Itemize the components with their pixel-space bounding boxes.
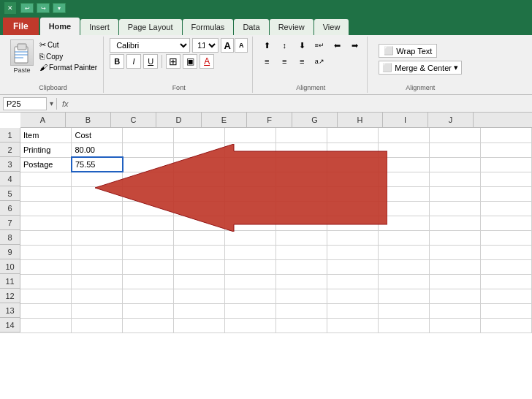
shrink-font-button[interactable]: A <box>235 38 248 53</box>
cell-reference-box[interactable]: P25 <box>3 97 47 110</box>
cell-1-8[interactable] <box>430 128 481 142</box>
wrap-text-button[interactable]: ≡↵ <box>311 38 327 53</box>
cell-7-7[interactable] <box>379 216 430 230</box>
cell-7-0[interactable] <box>20 216 72 230</box>
cell-2-9[interactable] <box>480 142 531 157</box>
cell-6-9[interactable] <box>480 201 531 216</box>
cell-14-3[interactable] <box>174 318 225 332</box>
cell-14-8[interactable] <box>430 318 481 332</box>
cell-13-9[interactable] <box>480 303 531 318</box>
cell-11-1[interactable] <box>72 274 123 289</box>
cell-1-9[interactable] <box>480 128 531 142</box>
cell-8-2[interactable] <box>123 230 174 245</box>
cell-11-9[interactable] <box>480 274 531 289</box>
cell-1-4[interactable] <box>225 128 276 142</box>
cell-13-2[interactable] <box>123 303 174 318</box>
col-header-j[interactable]: J <box>428 113 474 127</box>
col-header-f[interactable]: F <box>247 113 292 127</box>
cell-8-4[interactable] <box>225 230 276 245</box>
undo-button[interactable]: ↩ <box>20 3 34 13</box>
cell-3-7[interactable] <box>379 157 430 172</box>
row-header-2[interactable]: 2 <box>0 142 20 157</box>
indent-increase-button[interactable]: ➡ <box>346 38 362 53</box>
cell-6-5[interactable] <box>276 201 327 216</box>
row-header-7[interactable]: 7 <box>0 216 20 230</box>
fill-color-button[interactable]: ▣ <box>183 54 197 69</box>
row-header-6[interactable]: 6 <box>0 201 20 216</box>
cell-3-0[interactable]: Postage <box>20 157 72 172</box>
cell-5-3[interactable] <box>174 186 225 201</box>
cell-6-2[interactable] <box>123 201 174 216</box>
cell-9-1[interactable] <box>72 245 123 259</box>
align-right-button[interactable]: ≡ <box>294 54 310 69</box>
cell-9-7[interactable] <box>379 245 430 259</box>
cell-14-2[interactable] <box>123 318 174 332</box>
row-header-3[interactable]: 3 <box>0 157 20 172</box>
cell-5-1[interactable] <box>72 186 123 201</box>
cell-6-4[interactable] <box>225 201 276 216</box>
cell-8-7[interactable] <box>379 230 430 245</box>
tab-review[interactable]: Review <box>270 19 314 35</box>
cell-7-9[interactable] <box>480 216 531 230</box>
cell-10-5[interactable] <box>276 259 327 274</box>
cell-2-5[interactable] <box>276 142 327 157</box>
cell-1-0[interactable]: Item <box>20 128 72 142</box>
copy-button[interactable]: ⎘ Copy <box>38 51 99 61</box>
cell-4-6[interactable] <box>327 172 379 186</box>
cell-11-8[interactable] <box>430 274 481 289</box>
cell-3-9[interactable] <box>480 157 531 172</box>
cell-10-6[interactable] <box>327 259 379 274</box>
cell-2-2[interactable] <box>123 142 174 157</box>
cell-12-9[interactable] <box>480 289 531 303</box>
align-center-button[interactable]: ≡ <box>276 54 292 69</box>
cell-5-8[interactable] <box>430 186 481 201</box>
cell-5-7[interactable] <box>379 186 430 201</box>
indent-decrease-button[interactable]: ⬅ <box>329 38 345 53</box>
cell-5-2[interactable] <box>123 186 174 201</box>
cell-1-6[interactable] <box>327 128 379 142</box>
cell-3-4[interactable] <box>225 157 276 172</box>
row-header-10[interactable]: 10 <box>0 259 20 274</box>
cell-2-1[interactable]: 80.00 <box>72 142 123 157</box>
bold-button[interactable]: B <box>110 54 124 69</box>
cell-4-9[interactable] <box>480 172 531 186</box>
cell-1-3[interactable] <box>174 128 225 142</box>
cell-13-5[interactable] <box>276 303 327 318</box>
grow-font-button[interactable]: A <box>221 38 234 53</box>
row-header-9[interactable]: 9 <box>0 245 20 259</box>
cell-13-3[interactable] <box>174 303 225 318</box>
quick-access-dropdown[interactable]: ▾ <box>53 3 66 13</box>
cell-14-7[interactable] <box>379 318 430 332</box>
col-header-b[interactable]: B <box>66 113 111 127</box>
tab-view[interactable]: View <box>314 19 349 35</box>
wrap-text-button[interactable]: ⬜ Wrap Text <box>379 44 437 58</box>
cell-7-8[interactable] <box>430 216 481 230</box>
cell-4-0[interactable] <box>20 172 72 186</box>
cell-1-1[interactable]: Cost <box>72 128 123 142</box>
cell-14-4[interactable] <box>225 318 276 332</box>
cell-11-3[interactable] <box>174 274 225 289</box>
cell-7-3[interactable] <box>174 216 225 230</box>
cell-6-7[interactable] <box>379 201 430 216</box>
cell-1-5[interactable] <box>276 128 327 142</box>
col-header-g[interactable]: G <box>292 113 338 127</box>
cell-6-6[interactable] <box>327 201 379 216</box>
orientation-button[interactable]: a↗ <box>311 54 327 69</box>
col-header-h[interactable]: H <box>338 113 383 127</box>
cell-12-4[interactable] <box>225 289 276 303</box>
cell-6-0[interactable] <box>20 201 72 216</box>
cell-8-5[interactable] <box>276 230 327 245</box>
cell-13-4[interactable] <box>225 303 276 318</box>
tab-data[interactable]: Data <box>234 19 268 35</box>
cell-8-6[interactable] <box>327 230 379 245</box>
cell-2-7[interactable] <box>379 142 430 157</box>
cell-4-3[interactable] <box>174 172 225 186</box>
cell-6-8[interactable] <box>430 201 481 216</box>
cell-13-0[interactable] <box>20 303 72 318</box>
formula-input[interactable] <box>74 99 529 108</box>
cell-12-1[interactable] <box>72 289 123 303</box>
row-header-11[interactable]: 11 <box>0 274 20 289</box>
col-header-d[interactable]: D <box>156 113 202 127</box>
cell-12-7[interactable] <box>379 289 430 303</box>
cell-8-0[interactable] <box>20 230 72 245</box>
